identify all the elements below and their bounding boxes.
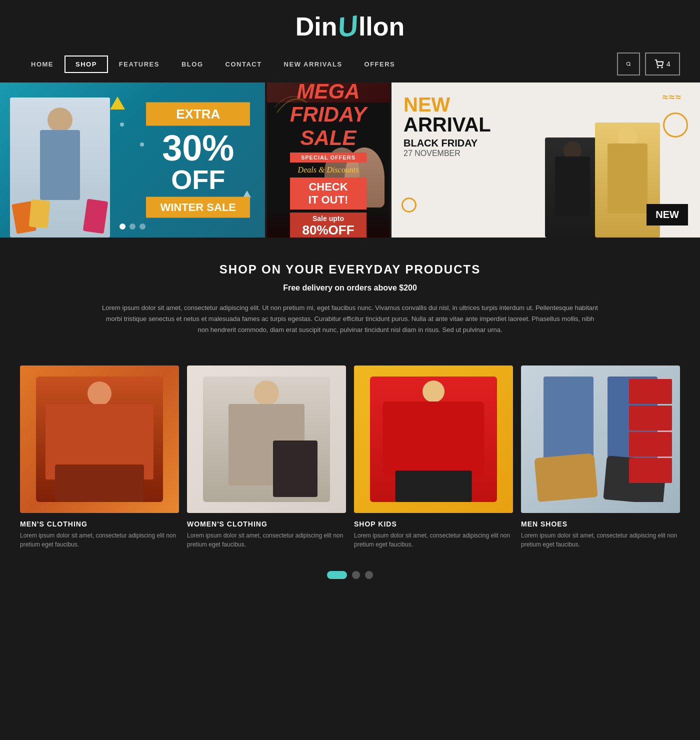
- product-name-shoes: MEN SHOES: [521, 520, 680, 528]
- shop-description: Lorem ipsum dolor sit amet, consectetur …: [100, 302, 600, 336]
- banner-off: OFF: [146, 166, 250, 193]
- decoration-dot-1: [120, 122, 124, 126]
- logo-accent: U: [336, 9, 360, 44]
- svg-point-2: [658, 67, 658, 68]
- banner-person-image: [10, 98, 110, 238]
- nav-item-contact[interactable]: CONTACT: [214, 56, 273, 73]
- svg-point-0: [626, 62, 630, 66]
- banner-dot-2[interactable]: [130, 224, 136, 230]
- product-image-womens: [187, 366, 346, 513]
- arrival-circle-small: [402, 198, 416, 212]
- nav-links: HOME SHOP FEATURES BLOG CONTACT NEW ARRI…: [20, 56, 406, 73]
- arrival-date: 27 NOVEMBER: [404, 149, 688, 158]
- arrival-title-text: ARRIVAL: [404, 114, 688, 134]
- carousel-dots: [0, 559, 700, 594]
- product-image-mens: [20, 366, 179, 513]
- banner-dot-1[interactable]: [120, 224, 126, 230]
- nav-item-shop[interactable]: SHOP: [64, 56, 108, 73]
- product-desc-kids: Lorem ipsum dolor sit amet, consectetur …: [354, 531, 513, 549]
- shop-subtitle: Free delivery on orders above $200: [30, 284, 670, 292]
- nav-item-new-arrivals[interactable]: NEW ARRIVALS: [273, 56, 354, 73]
- logo[interactable]: Din U llon: [296, 10, 405, 42]
- product-name-mens: MEN'S CLOTHING: [20, 520, 179, 528]
- logo-text-start: Din: [296, 12, 338, 42]
- product-name-kids: SHOP KIDS: [354, 520, 513, 528]
- decoration-triangle-1: [110, 96, 125, 110]
- product-grid: MEN'S CLOTHING Lorem ipsum dolor sit ame…: [0, 346, 700, 559]
- arrival-black-friday: BLACK FRIDAY: [404, 138, 688, 149]
- decoration-dot-2: [140, 142, 144, 146]
- shop-title: SHOP ON YOUR EVERYDAY PRODUCTS: [30, 262, 670, 276]
- product-desc-womens: Lorem ipsum dolor sit amet, consectetur …: [187, 531, 346, 549]
- mega-check: CHECK IT OUT!: [290, 178, 366, 210]
- banner-dot-3[interactable]: [140, 224, 146, 230]
- product-card-mens[interactable]: MEN'S CLOTHING Lorem ipsum dolor sit ame…: [20, 366, 179, 549]
- carousel-dot-3[interactable]: [365, 571, 373, 579]
- banner-percent: 30%: [146, 130, 250, 166]
- svg-line-1: [630, 65, 630, 66]
- arrival-new-text: NEW: [404, 94, 688, 114]
- mega-deals: Deals & Discounts: [290, 166, 366, 174]
- mega-friday-content: MEGA FRIDAY SALE SPECIAL OFFERS Deals & …: [290, 82, 366, 238]
- nav-item-blog[interactable]: BLOG: [170, 56, 214, 73]
- mega-special-offers: SPECIAL OFFERS: [290, 152, 366, 162]
- nav-actions: 4: [617, 52, 680, 76]
- nav-item-home[interactable]: HOME: [20, 56, 64, 73]
- arrival-new-badge: NEW: [646, 204, 688, 226]
- product-desc-mens: Lorem ipsum dolor sit amet, consectetur …: [20, 531, 179, 549]
- main-nav: HOME SHOP FEATURES BLOG CONTACT NEW ARRI…: [20, 48, 680, 80]
- banner-winter-sale[interactable]: EXTRA 30% OFF WINTER SALE: [0, 82, 265, 238]
- logo-text-end: llon: [358, 12, 404, 42]
- product-desc-shoes: Lorem ipsum dolor sit amet, consectetur …: [521, 531, 680, 549]
- banner-mega-friday[interactable]: MEGA FRIDAY SALE SPECIAL OFFERS Deals & …: [267, 82, 390, 238]
- search-button[interactable]: [617, 52, 640, 76]
- banner-section: EXTRA 30% OFF WINTER SALE MEGA FRIDAY SA…: [0, 82, 700, 238]
- product-name-womens: WOMEN'S CLOTHING: [187, 520, 346, 528]
- svg-point-3: [662, 67, 662, 68]
- carousel-dot-1[interactable]: [327, 571, 347, 579]
- product-card-shoes[interactable]: MEN SHOES Lorem ipsum dolor sit amet, co…: [521, 366, 680, 549]
- mega-sale-upto: Sale upto 80%OFF: [290, 212, 366, 238]
- nav-item-features[interactable]: FEATURES: [108, 56, 170, 73]
- product-card-kids[interactable]: SHOP KIDS Lorem ipsum dolor sit amet, co…: [354, 366, 513, 549]
- banner-carousel-dots: [120, 224, 146, 230]
- nav-item-offers[interactable]: OFFERS: [354, 56, 406, 73]
- banner-new-arrival[interactable]: ≈≈≈ NEW ARRIVAL BLACK FRIDAY 27 NOVEMBER…: [392, 82, 700, 238]
- product-image-kids: [354, 366, 513, 513]
- mega-title: MEGA FRIDAY SALE: [290, 82, 366, 150]
- header: Din U llon HOME SHOP FEATURES BLOG CONTA…: [0, 0, 700, 80]
- shop-section: SHOP ON YOUR EVERYDAY PRODUCTS Free deli…: [0, 238, 700, 346]
- arrival-text-content: NEW ARRIVAL BLACK FRIDAY 27 NOVEMBER: [404, 94, 688, 158]
- banner-winter-tag: WINTER SALE: [146, 197, 250, 218]
- product-card-womens[interactable]: WOMEN'S CLOTHING Lorem ipsum dolor sit a…: [187, 366, 346, 549]
- cart-button[interactable]: 4: [645, 52, 680, 76]
- product-image-shoes: [521, 366, 680, 513]
- banner-sale-content: EXTRA 30% OFF WINTER SALE: [146, 102, 250, 218]
- carousel-dot-2[interactable]: [352, 571, 360, 579]
- banner-extra-tag: EXTRA: [146, 102, 250, 126]
- cart-count: 4: [666, 60, 670, 68]
